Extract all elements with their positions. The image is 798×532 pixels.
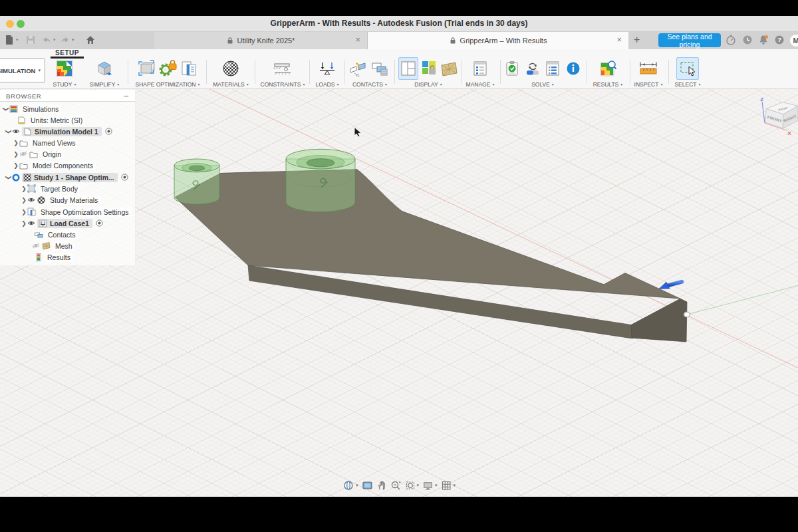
select-label[interactable]: SELECT — [672, 81, 704, 88]
tree-item-load-case1[interactable]: ❯ Load Case1 — [0, 217, 136, 229]
folder-icon — [29, 150, 38, 158]
new-tab-button[interactable]: + — [634, 34, 640, 46]
look-at-icon[interactable] — [361, 480, 372, 491]
solve-icon[interactable] — [523, 59, 543, 78]
simplify-label[interactable]: SIMPLIFY — [85, 81, 124, 88]
notifications-icon[interactable] — [758, 35, 769, 48]
home-button[interactable] — [85, 35, 96, 45]
preserve-region-small[interactable] — [174, 159, 219, 204]
tree-item-study-materials[interactable]: ❯ Study Materials — [0, 194, 136, 205]
materials-icon[interactable] — [221, 59, 241, 78]
x-axis-label: X — [787, 131, 792, 136]
tab-setup[interactable]: SETUP — [48, 48, 86, 57]
expand-caret[interactable]: ❯ — [3, 106, 9, 112]
tree-item-simulation-model-1[interactable]: ❯ Simulation Model 1 — [0, 126, 136, 137]
collapsed-caret[interactable]: ❯ — [13, 162, 19, 169]
select-icon[interactable] — [676, 57, 699, 80]
close-tab-icon[interactable]: × — [355, 35, 360, 44]
collapsed-caret[interactable]: ❯ — [21, 220, 27, 227]
results-icon[interactable] — [598, 59, 618, 78]
results-label[interactable]: RESULTS — [591, 81, 625, 88]
manage-icon[interactable] — [470, 59, 490, 78]
solve-label[interactable]: SOLVE — [503, 81, 583, 88]
tree-item-shape-optimization-settings[interactable]: ❯ Shape Optimization Settings — [0, 206, 136, 217]
contacts-auto-icon[interactable] — [349, 59, 369, 78]
tree-item-results[interactable]: Results — [0, 251, 136, 263]
shape-optimization-label[interactable]: SHAPE OPTIMIZATION — [132, 81, 203, 88]
activate-radio[interactable] — [96, 219, 103, 227]
grid-icon[interactable]: ▾ — [441, 480, 456, 491]
help-icon[interactable] — [774, 35, 785, 48]
collapsed-caret[interactable]: ❯ — [21, 209, 27, 215]
workspace-selector[interactable]: SIMULATION — [0, 59, 45, 82]
tree-item-target-body[interactable]: ❯ Target Body — [0, 183, 136, 194]
shape-opt-body-icon[interactable] — [136, 59, 156, 78]
zoom-icon[interactable] — [390, 480, 401, 491]
contacts-manage-icon[interactable] — [370, 59, 390, 78]
collapsed-caret[interactable]: ❯ — [13, 151, 19, 158]
solve-precheck-icon[interactable] — [503, 59, 522, 78]
visibility-eye-icon[interactable] — [12, 128, 20, 134]
tree-item-simulations[interactable]: ❯ Simulations — [0, 103, 136, 114]
visibility-off-eye-icon[interactable] — [19, 151, 27, 157]
visibility-off-eye-icon[interactable] — [32, 243, 40, 249]
pan-icon[interactable] — [376, 480, 386, 491]
close-tab-icon[interactable]: × — [616, 35, 622, 44]
loads-label[interactable]: LOADS — [313, 81, 342, 88]
load-arrow[interactable] — [659, 282, 682, 289]
collapsed-caret[interactable]: ❯ — [21, 186, 27, 192]
origin-marker[interactable] — [684, 312, 690, 317]
visibility-eye-icon[interactable] — [27, 197, 35, 203]
materials-label[interactable]: MATERIALS — [210, 81, 251, 88]
activate-radio[interactable] — [121, 174, 128, 181]
viewcube[interactable]: TOP FRONT RIGHT Z X — [760, 97, 798, 136]
job-status-icon[interactable] — [742, 35, 753, 48]
collapse-panel-button[interactable]: – — [124, 91, 128, 100]
preserve-region-large[interactable] — [286, 149, 355, 211]
display-settings-icon[interactable]: ▾ — [422, 480, 438, 491]
fit-icon[interactable]: ▾ — [404, 480, 419, 491]
study-label[interactable]: STUDY — [49, 81, 80, 88]
expand-caret[interactable]: ❯ — [5, 128, 12, 135]
display-label[interactable]: DISPLAY — [399, 81, 458, 88]
see-plans-button[interactable]: See plans and pricing — [658, 33, 721, 47]
tree-item-study-1[interactable]: ❯ Study 1 - Shape Optim... — [0, 172, 136, 183]
activate-radio[interactable] — [105, 128, 112, 135]
file-menu-button[interactable]: ▾ — [4, 35, 19, 45]
shape-opt-gear-icon[interactable] — [158, 59, 178, 78]
display-dof-icon[interactable] — [398, 57, 418, 80]
simplify-icon[interactable] — [94, 59, 114, 78]
display-mesh-icon[interactable] — [440, 59, 458, 78]
study-icon[interactable] — [55, 59, 74, 78]
tree-item-model-components[interactable]: ❯ Model Components — [0, 160, 136, 171]
shape-opt-settings-icon[interactable] — [179, 59, 199, 78]
tree-item-origin[interactable]: ❯ Origin — [0, 148, 136, 160]
undo-button[interactable]: ▾ — [41, 35, 56, 45]
tree-item-units[interactable]: Units: Metric (SI) — [0, 114, 136, 126]
constraints-label[interactable]: CONSTRAINTS — [259, 81, 306, 88]
visibility-eye-icon[interactable] — [27, 220, 35, 226]
save-button[interactable] — [25, 35, 36, 45]
inspect-label[interactable]: INSPECT — [632, 81, 665, 88]
extensions-icon[interactable] — [726, 35, 736, 49]
tab-utility-knife[interactable]: Utility Knife 2025* × — [154, 32, 368, 49]
avatar[interactable]: M — [790, 35, 798, 47]
orbit-icon[interactable]: ▾ — [342, 480, 358, 491]
display-layers-icon[interactable] — [420, 59, 438, 78]
constraints-icon[interactable] — [273, 59, 293, 78]
tab-gripperarm[interactable]: GripperArm – With Results × — [368, 32, 628, 49]
tree-item-named-views[interactable]: ❯ Named Views — [0, 137, 136, 148]
inspect-icon[interactable] — [638, 59, 658, 78]
collapsed-caret[interactable]: ❯ — [21, 197, 27, 203]
collapsed-caret[interactable]: ❯ — [13, 140, 19, 146]
tree-item-mesh[interactable]: Mesh — [0, 240, 136, 251]
solve-details-icon[interactable] — [543, 59, 563, 78]
tree-item-contacts[interactable]: Contacts — [0, 229, 136, 240]
expand-caret[interactable]: ❯ — [5, 174, 12, 181]
loads-icon[interactable] — [317, 59, 337, 78]
contacts-label[interactable]: CONTACTS — [348, 81, 391, 88]
redo-button[interactable]: ▾ — [60, 35, 74, 45]
solve-info-icon[interactable] — [564, 59, 583, 78]
gripper-arm-body[interactable] — [175, 170, 687, 342]
manage-label[interactable]: MANAGE — [464, 81, 496, 88]
